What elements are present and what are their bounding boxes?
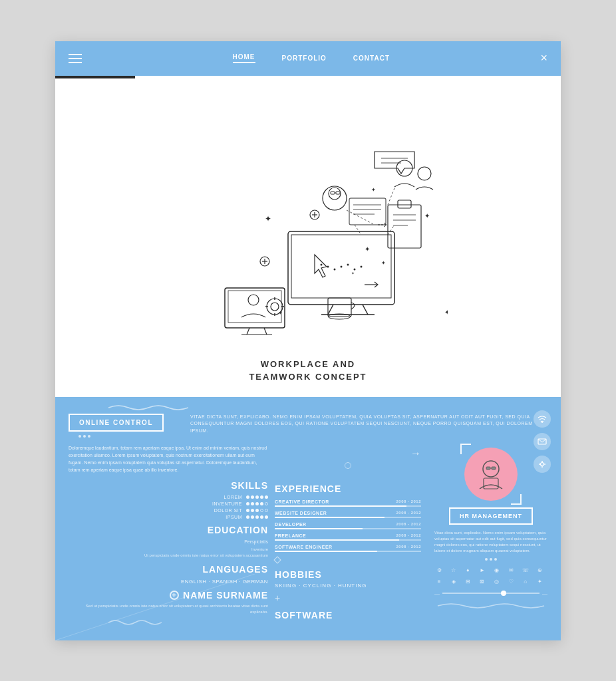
blue-top-text: VITAE DICTA SUNT, EXPLICABO. NEMO ENIM I… bbox=[190, 414, 547, 438]
white-section: ✦ ✦ ✦ bbox=[55, 78, 561, 397]
skill-label-2: INVENTURE bbox=[212, 501, 242, 506]
skill-label-4: IPSUM bbox=[226, 515, 242, 519]
svg-point-41 bbox=[323, 186, 347, 210]
job-name-3: DEVELOPER bbox=[275, 522, 307, 527]
svg-rect-0 bbox=[288, 231, 394, 305]
icon-cell: ◉ bbox=[492, 566, 502, 575]
skill-dot bbox=[260, 515, 263, 519]
svg-point-38 bbox=[418, 167, 431, 180]
slider-max: — bbox=[542, 591, 547, 597]
online-control-wrapper: ONLINE ContRoL bbox=[69, 414, 164, 438]
svg-rect-44 bbox=[336, 192, 340, 194]
left-column: Doloremque laudantium, totam rem aperiam… bbox=[69, 444, 268, 620]
languages-section: ENGLISH · SPANISH · GERMAN bbox=[69, 579, 268, 585]
exp-bar-fill-4 bbox=[275, 539, 399, 541]
exp-bar-2 bbox=[275, 517, 421, 518]
skill-dots-2 bbox=[246, 502, 268, 505]
svg-point-97 bbox=[483, 461, 499, 477]
close-button[interactable]: × bbox=[540, 51, 547, 65]
job-name-1: CREATIVE DIRECTOR bbox=[275, 499, 329, 504]
exp-year-1: 2008 - 2012 bbox=[396, 499, 421, 503]
slider-row: — — bbox=[434, 591, 547, 597]
svg-point-11 bbox=[334, 268, 336, 270]
icon-cell: ✦ bbox=[535, 577, 544, 587]
middle-column: → EXPERIENCE CREATIVE DIRECTOR 2008 - 20… bbox=[268, 444, 428, 620]
svg-rect-32 bbox=[398, 200, 411, 208]
dot bbox=[494, 558, 497, 561]
nav-portfolio[interactable]: PORTFOLIO bbox=[282, 55, 327, 62]
exp-item-4: FREELANCE 2008 - 2012 bbox=[275, 533, 421, 541]
exp-item-2: WEBSITE DESIGNER 2008 - 2012 bbox=[275, 511, 421, 518]
exp-bar-1 bbox=[275, 505, 421, 507]
skill-dot bbox=[246, 502, 249, 505]
dot bbox=[490, 558, 492, 561]
skill-row-4: IPSUM bbox=[69, 515, 268, 519]
illustration-caption: WORKPLACE AND TEAMWORK CONCEPT bbox=[249, 358, 367, 384]
languages-title: LANGUAGES bbox=[69, 564, 268, 575]
svg-point-12 bbox=[341, 265, 343, 267]
icon-cell: ► bbox=[478, 566, 487, 575]
svg-text:✦: ✦ bbox=[265, 214, 271, 223]
svg-text:✦: ✦ bbox=[381, 260, 386, 266]
settings-icon[interactable] bbox=[534, 456, 551, 473]
skill-dot bbox=[255, 502, 259, 505]
svg-point-14 bbox=[354, 268, 356, 270]
skill-row-1: LOREM bbox=[69, 495, 268, 499]
education-title: EDUCATION bbox=[69, 525, 268, 535]
hamburger-icon[interactable] bbox=[69, 54, 82, 63]
skill-dot bbox=[260, 502, 263, 505]
svg-rect-101 bbox=[484, 478, 498, 489]
svg-point-15 bbox=[361, 265, 363, 267]
icon-cell: ⊞ bbox=[463, 577, 472, 587]
icon-cell: ♦ bbox=[463, 566, 472, 575]
mail-icon[interactable] bbox=[534, 433, 551, 450]
icon-cell: ⌂ bbox=[521, 577, 530, 587]
svg-point-90 bbox=[541, 422, 543, 423]
svg-text:✦: ✦ bbox=[444, 309, 448, 316]
exp-job-title-5: SOFTWARE ENGINEER 2008 - 2012 bbox=[275, 545, 421, 549]
lang-text: ENGLISH · SPANISH · GERMAN bbox=[69, 579, 268, 585]
exp-job-title-1: CREATIVE DIRECTOR 2008 - 2012 bbox=[275, 499, 421, 504]
icon-cell: ⚙ bbox=[434, 566, 444, 575]
nav-contact[interactable]: CONTACT bbox=[353, 55, 390, 62]
edu-text: Ut perspiciatis unde omnis iste natus er… bbox=[69, 553, 268, 559]
svg-point-13 bbox=[347, 263, 349, 265]
exp-bar-3 bbox=[275, 528, 421, 529]
svg-rect-98 bbox=[486, 467, 490, 470]
svg-text:✦: ✦ bbox=[278, 310, 283, 316]
skill-dot bbox=[255, 495, 259, 499]
skills-list: LOREM INVENTURE bbox=[69, 495, 268, 519]
exp-bar-4 bbox=[275, 539, 421, 541]
svg-rect-17 bbox=[225, 288, 285, 328]
skill-dot bbox=[246, 509, 249, 512]
header-nav: HOME PORTFOLIO CONTACT bbox=[233, 53, 390, 63]
bottom-wave bbox=[434, 602, 547, 610]
svg-rect-46 bbox=[349, 198, 386, 225]
slider-track[interactable] bbox=[442, 593, 539, 594]
main-illustration: ✦ ✦ ✦ bbox=[168, 102, 448, 348]
skills-title: SKILLS bbox=[69, 480, 268, 491]
wavy-decoration bbox=[108, 402, 188, 412]
dot3 bbox=[88, 435, 90, 438]
hr-management-box: HR MANAGEMENT bbox=[449, 507, 533, 525]
svg-line-2 bbox=[328, 305, 333, 315]
nav-home[interactable]: HOME bbox=[233, 53, 255, 63]
right-column: HR MANAGEMENT Vitae dicta sunt, explicab… bbox=[428, 444, 547, 620]
exp-item-5: SOFTWARE ENGINEER 2008 - 2012 bbox=[275, 545, 421, 552]
caption-line1: WORKPLACE AND bbox=[249, 358, 367, 371]
exp-bar-fill-3 bbox=[275, 528, 363, 529]
svg-line-19 bbox=[247, 328, 249, 335]
dot bbox=[485, 558, 488, 561]
skill-dot bbox=[255, 509, 259, 512]
software-title: SOFTWARE bbox=[275, 610, 421, 620]
icon-cell: ⊕ bbox=[535, 566, 544, 575]
icon-grid: ⚙ ☆ ♦ ► ◉ ✉ ☏ ⊕ ≡ ◈ ⊞ ⊠ ◎ ♡ ⌂ ✦ bbox=[434, 566, 547, 587]
plus-circle-icon: + bbox=[170, 591, 179, 600]
job-name-5: SOFTWARE ENGINEER bbox=[275, 545, 333, 549]
edu-name: Inventure bbox=[69, 547, 268, 553]
blue-body: Doloremque laudantium, totam rem aperiam… bbox=[69, 444, 547, 620]
wifi-icon[interactable] bbox=[534, 410, 551, 428]
edu-subtitle: Perspiciatis bbox=[69, 539, 268, 544]
hobbies-text: SKIING · CYCLING · HUNTING bbox=[275, 583, 421, 589]
exp-bar-fill-2 bbox=[275, 517, 385, 518]
